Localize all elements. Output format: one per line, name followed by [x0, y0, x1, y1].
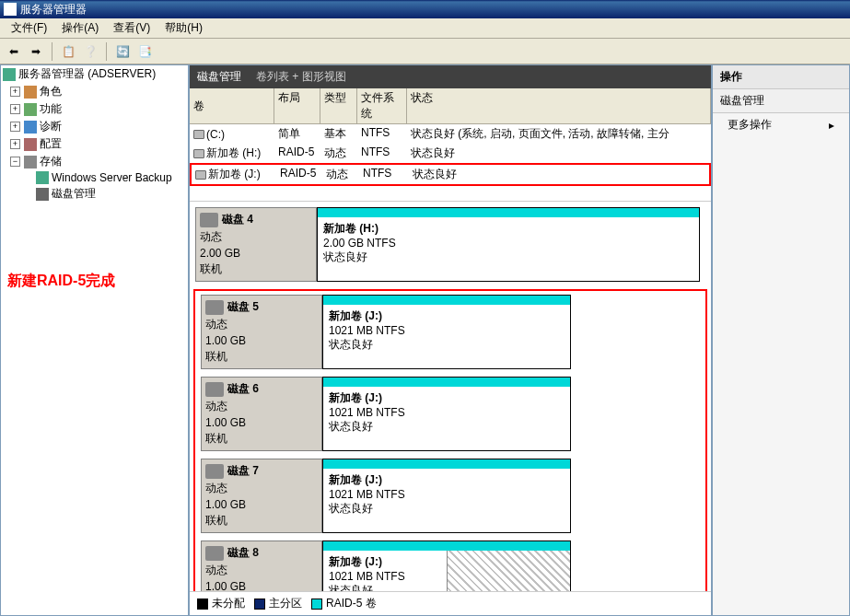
- disk-icon: [205, 546, 224, 561]
- tree-diagnostics[interactable]: + 诊断: [1, 118, 188, 135]
- tree-storage[interactable]: − 存储: [1, 153, 188, 170]
- partition-size: 2.00 GB NTFS: [323, 237, 693, 250]
- partition-color-bar: [323, 541, 570, 551]
- disk-row[interactable]: 磁盘 6 动态 1.00 GB 联机 新加卷 (J:) 1021 MB NTFS…: [195, 377, 705, 451]
- features-icon: [24, 103, 37, 116]
- config-icon: [24, 138, 37, 151]
- view-button[interactable]: 📋: [58, 41, 78, 62]
- tree-wsb[interactable]: Windows Server Backup: [1, 170, 188, 185]
- col-status[interactable]: 状态: [407, 88, 711, 123]
- col-type[interactable]: 类型: [320, 88, 357, 123]
- disk-info[interactable]: 磁盘 6 动态 1.00 GB 联机: [201, 377, 322, 451]
- partition[interactable]: 新加卷 (J:) 1021 MB NTFS 状态良好: [322, 295, 571, 369]
- toolbar: ⬅ ➡ 📋 ❔ 🔄 📑: [0, 39, 850, 64]
- partition-size: 1021 MB NTFS: [329, 488, 565, 501]
- menubar: 文件(F) 操作(A) 查看(V) 帮助(H): [0, 18, 850, 39]
- chevron-right-icon: ▸: [829, 119, 834, 132]
- partition-status: 状态良好: [323, 250, 693, 265]
- tree-features[interactable]: + 功能: [1, 100, 188, 118]
- raid5-highlight-group: 磁盘 5 动态 1.00 GB 联机 新加卷 (J:) 1021 MB NTFS…: [193, 289, 707, 591]
- settings-button[interactable]: 📑: [134, 41, 155, 62]
- disk-info[interactable]: 磁盘 8 动态 1.00 GB 联机: [201, 540, 322, 591]
- server-icon: [3, 68, 16, 81]
- disk-info[interactable]: 磁盘 5 动态 1.00 GB 联机: [201, 295, 322, 369]
- app-icon: [4, 3, 17, 16]
- partition-name: 新加卷 (J:): [329, 555, 382, 568]
- col-volume[interactable]: 卷: [190, 88, 274, 123]
- partition-size: 1021 MB NTFS: [329, 324, 565, 337]
- more-actions[interactable]: 更多操作 ▸: [713, 113, 849, 136]
- partition[interactable]: 新加卷 (H:) 2.00 GB NTFS 状态良好: [317, 207, 700, 282]
- drive-icon: [193, 149, 204, 158]
- col-layout[interactable]: 布局: [274, 88, 320, 123]
- collapse-icon[interactable]: −: [10, 157, 20, 167]
- volume-row-highlighted[interactable]: 新加卷 (J:) RAID-5 动态 NTFS 状态良好: [190, 163, 711, 186]
- center-header: 磁盘管理 卷列表 + 图形视图: [190, 65, 711, 88]
- partition-size: 1021 MB NTFS: [329, 570, 441, 583]
- expand-icon[interactable]: +: [10, 87, 20, 97]
- legend-unallocated: 未分配: [212, 596, 245, 611]
- partition-name: 新加卷 (H:): [323, 222, 378, 235]
- center-panel: 磁盘管理 卷列表 + 图形视图 卷 布局 类型 文件系统 状态 (C:) 简单 …: [189, 64, 712, 616]
- volume-row[interactable]: 新加卷 (H:) RAID-5 动态 NTFS 状态良好: [190, 144, 711, 163]
- disk-row[interactable]: 磁盘 7 动态 1.00 GB 联机 新加卷 (J:) 1021 MB NTFS…: [195, 459, 705, 533]
- legend-raid5-icon: [311, 599, 322, 610]
- legend: 未分配 主分区 RAID-5 卷: [190, 591, 711, 615]
- partition[interactable]: 新加卷 (J:) 1021 MB NTFS 状态良好: [322, 540, 571, 591]
- forward-button[interactable]: ➡: [26, 41, 46, 62]
- menu-help[interactable]: 帮助(H): [157, 18, 210, 38]
- help-button[interactable]: ❔: [80, 41, 100, 62]
- menu-file[interactable]: 文件(F): [4, 18, 54, 38]
- center-title: 磁盘管理: [197, 69, 241, 85]
- titlebar[interactable]: 服务器管理器: [0, 0, 850, 18]
- disk-graphical-view: 磁盘 4 动态 2.00 GB 联机 新加卷 (H:) 2.00 GB NTFS…: [190, 202, 711, 591]
- expand-icon[interactable]: +: [10, 122, 20, 132]
- storage-icon: [24, 156, 37, 169]
- diag-icon: [24, 121, 37, 134]
- partition-status: 状态良好: [329, 501, 565, 517]
- disk-info[interactable]: 磁盘 4 动态 2.00 GB 联机: [195, 207, 317, 282]
- disk-row[interactable]: 磁盘 4 动态 2.00 GB 联机 新加卷 (H:) 2.00 GB NTFS…: [190, 207, 711, 282]
- expand-icon[interactable]: +: [10, 139, 20, 149]
- partition-name: 新加卷 (J:): [329, 473, 382, 486]
- disk-icon: [200, 213, 218, 227]
- partition-size: 1021 MB NTFS: [329, 406, 565, 419]
- drive-icon: [195, 170, 206, 180]
- annotation-text: 新建RAID-5完成: [7, 272, 115, 291]
- expand-icon[interactable]: +: [10, 104, 20, 114]
- separator: [52, 42, 52, 61]
- menu-view[interactable]: 查看(V): [106, 18, 157, 38]
- partition-status: 状态良好: [329, 337, 565, 353]
- separator: [106, 42, 107, 61]
- legend-unallocated-icon: [197, 599, 208, 610]
- refresh-button[interactable]: 🔄: [112, 41, 133, 62]
- tree-panel[interactable]: 服务器管理器 (ADSERVER) + 角色 + 功能 + 诊断 + 配置: [0, 64, 189, 616]
- menu-action[interactable]: 操作(A): [54, 18, 106, 38]
- partition-name: 新加卷 (J:): [329, 309, 382, 322]
- back-button[interactable]: ⬅: [4, 41, 24, 62]
- col-fs[interactable]: 文件系统: [357, 88, 407, 123]
- actions-panel: 操作 磁盘管理 更多操作 ▸: [712, 64, 850, 616]
- volume-header[interactable]: 卷 布局 类型 文件系统 状态: [190, 88, 711, 124]
- disk-row[interactable]: 磁盘 8 动态 1.00 GB 联机 新加卷 (J:) 1021 MB NTFS…: [195, 540, 705, 591]
- disk-row[interactable]: 磁盘 5 动态 1.00 GB 联机 新加卷 (J:) 1021 MB NTFS…: [195, 295, 705, 369]
- disk-icon: [205, 300, 224, 315]
- volume-row[interactable]: (C:) 简单 基本 NTFS 状态良好 (系统, 启动, 页面文件, 活动, …: [190, 124, 711, 144]
- partition-color-bar: [323, 378, 570, 387]
- tree-config[interactable]: + 配置: [1, 135, 188, 153]
- disk-icon: [205, 382, 224, 397]
- tree-root[interactable]: 服务器管理器 (ADSERVER): [1, 65, 188, 83]
- drive-icon: [193, 130, 204, 139]
- legend-primary-icon: [254, 599, 265, 610]
- actions-section: 磁盘管理: [713, 89, 849, 113]
- backup-icon: [36, 171, 49, 184]
- disk-info[interactable]: 磁盘 7 动态 1.00 GB 联机: [201, 459, 322, 533]
- partition[interactable]: 新加卷 (J:) 1021 MB NTFS 状态良好: [322, 459, 571, 533]
- unallocated-space[interactable]: [447, 551, 570, 591]
- tree-roles[interactable]: + 角色: [1, 83, 188, 100]
- tree-diskmgmt[interactable]: 磁盘管理: [1, 185, 188, 203]
- partition-status: 状态良好: [329, 419, 565, 435]
- partition[interactable]: 新加卷 (J:) 1021 MB NTFS 状态良好: [322, 377, 571, 451]
- window-title: 服务器管理器: [20, 2, 87, 17]
- disk-icon: [36, 188, 49, 201]
